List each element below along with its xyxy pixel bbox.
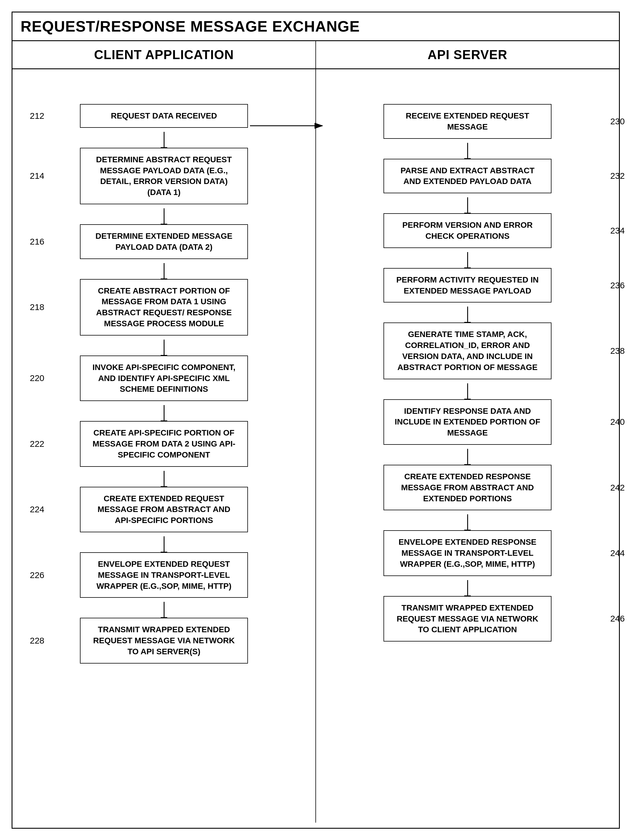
step-num-220: 220 bbox=[30, 373, 44, 383]
step-242-row: CREATE EXTENDED RESPONSE MESSAGE FROM AB… bbox=[333, 465, 602, 510]
ref-num-240: 240 bbox=[610, 417, 625, 427]
step-num-226: 226 bbox=[30, 570, 44, 580]
ref-num-236: 236 bbox=[610, 281, 625, 291]
step-242-wrapper: CREATE EXTENDED RESPONSE MESSAGE FROM AB… bbox=[333, 465, 602, 510]
ref-num-230: 230 bbox=[610, 117, 625, 126]
columns-body: 212 REQUEST DATA RECEIVED 214 DETERMINE … bbox=[13, 69, 619, 823]
step-222-row: 222 CREATE API-SPECIFIC PORTION OF MESSA… bbox=[30, 421, 298, 466]
step-num-224: 224 bbox=[30, 504, 44, 514]
step-224-wrapper: 224 CREATE EXTENDED REQUEST MESSAGE FROM… bbox=[30, 487, 298, 532]
step-212-row: 212 REQUEST DATA RECEIVED bbox=[30, 104, 298, 128]
step-242-box: CREATE EXTENDED RESPONSE MESSAGE FROM AB… bbox=[383, 465, 552, 510]
step-222-box: CREATE API-SPECIFIC PORTION OF MESSAGE F… bbox=[80, 421, 248, 466]
step-214-box: DETERMINE ABSTRACT REQUEST MESSAGE PAYLO… bbox=[80, 148, 248, 204]
step-240-wrapper: IDENTIFY RESPONSE DATA AND INCLUDE IN EX… bbox=[333, 399, 602, 445]
step-220-box: INVOKE API-SPECIFIC COMPONENT, AND IDENT… bbox=[80, 355, 248, 401]
diagram-container: REQUEST/RESPONSE MESSAGE EXCHANGE CLIENT… bbox=[12, 12, 620, 829]
col-right: RECEIVE EXTENDED REQUEST MESSAGE 230 PAR… bbox=[316, 69, 619, 823]
step-212-wrapper: 212 REQUEST DATA RECEIVED bbox=[30, 104, 298, 128]
ref-num-238: 238 bbox=[610, 346, 625, 356]
arrow-224-226 bbox=[164, 536, 164, 552]
col-header-left: CLIENT APPLICATION bbox=[13, 41, 316, 68]
step-244-wrapper: ENVELOPE EXTENDED RESPONSE MESSAGE IN TR… bbox=[333, 530, 602, 576]
step-218-box: CREATE ABSTRACT PORTION OF MESSAGE FROM … bbox=[80, 279, 248, 336]
step-num-212: 212 bbox=[30, 111, 44, 121]
arrow-226-228 bbox=[164, 602, 164, 618]
step-236-box: PERFORM ACTIVITY REQUESTED IN EXTENDED M… bbox=[383, 268, 552, 303]
step-234-row: PERFORM VERSION AND ERROR CHECK OPERATIO… bbox=[333, 213, 602, 248]
ref-num-234: 234 bbox=[610, 226, 625, 235]
step-num-216: 216 bbox=[30, 237, 44, 246]
step-224-row: 224 CREATE EXTENDED REQUEST MESSAGE FROM… bbox=[30, 487, 298, 532]
step-238-box: GENERATE TIME STAMP, ACK, CORRELATION_ID… bbox=[383, 322, 552, 379]
arrow-240-242 bbox=[467, 449, 468, 465]
ref-num-232: 232 bbox=[610, 171, 625, 181]
step-218-row: 218 CREATE ABSTRACT PORTION OF MESSAGE F… bbox=[30, 279, 298, 336]
step-232-box: PARSE AND EXTRACT ABSTRACT AND EXTENDED … bbox=[383, 159, 552, 194]
step-240-row: IDENTIFY RESPONSE DATA AND INCLUDE IN EX… bbox=[333, 399, 602, 445]
arrow-238-240 bbox=[467, 383, 468, 399]
step-226-wrapper: 226 ENVELOPE EXTENDED REQUEST MESSAGE IN… bbox=[30, 552, 298, 598]
step-244-row: ENVELOPE EXTENDED RESPONSE MESSAGE IN TR… bbox=[333, 530, 602, 576]
arrow-220-222 bbox=[164, 405, 164, 421]
step-num-228: 228 bbox=[30, 636, 44, 646]
arrow-242-244 bbox=[467, 514, 468, 530]
step-236-wrapper: PERFORM ACTIVITY REQUESTED IN EXTENDED M… bbox=[333, 268, 602, 303]
arrow-244-246 bbox=[467, 580, 468, 596]
arrow-234-236 bbox=[467, 252, 468, 268]
step-222-wrapper: 222 CREATE API-SPECIFIC PORTION OF MESSA… bbox=[30, 421, 298, 466]
step-232-wrapper: PARSE AND EXTRACT ABSTRACT AND EXTENDED … bbox=[333, 159, 602, 194]
step-214-wrapper: 214 DETERMINE ABSTRACT REQUEST MESSAGE P… bbox=[30, 148, 298, 204]
step-246-row: TRANSMIT WRAPPED EXTENDED REQUEST MESSAG… bbox=[333, 596, 602, 641]
arrow-214-216 bbox=[164, 208, 164, 224]
step-230-box: RECEIVE EXTENDED REQUEST MESSAGE bbox=[383, 104, 552, 139]
col-header-right: API SERVER bbox=[316, 41, 619, 68]
step-230-wrapper: RECEIVE EXTENDED REQUEST MESSAGE 230 bbox=[333, 104, 602, 139]
step-228-row: 228 TRANSMIT WRAPPED EXTENDED REQUEST ME… bbox=[30, 618, 298, 663]
ref-num-244: 244 bbox=[610, 548, 625, 558]
step-226-box: ENVELOPE EXTENDED REQUEST MESSAGE IN TRA… bbox=[80, 552, 248, 598]
step-234-box: PERFORM VERSION AND ERROR CHECK OPERATIO… bbox=[383, 213, 552, 248]
step-220-row: 220 INVOKE API-SPECIFIC COMPONENT, AND I… bbox=[30, 355, 298, 401]
step-216-box: DETERMINE EXTENDED MESSAGE PAYLOAD DATA … bbox=[80, 224, 248, 259]
step-212-box: REQUEST DATA RECEIVED bbox=[80, 104, 248, 128]
step-236-row: PERFORM ACTIVITY REQUESTED IN EXTENDED M… bbox=[333, 268, 602, 303]
ref-num-242: 242 bbox=[610, 483, 625, 493]
arrow-216-218 bbox=[164, 263, 164, 279]
step-218-wrapper: 218 CREATE ABSTRACT PORTION OF MESSAGE F… bbox=[30, 279, 298, 336]
step-246-box: TRANSMIT WRAPPED EXTENDED REQUEST MESSAG… bbox=[383, 596, 552, 641]
arrow-232-234 bbox=[467, 197, 468, 213]
ref-num-246: 246 bbox=[610, 614, 625, 624]
diagram-title: REQUEST/RESPONSE MESSAGE EXCHANGE bbox=[13, 13, 619, 41]
step-216-wrapper: 216 DETERMINE EXTENDED MESSAGE PAYLOAD D… bbox=[30, 224, 298, 259]
step-232-row: PARSE AND EXTRACT ABSTRACT AND EXTENDED … bbox=[333, 159, 602, 194]
step-246-wrapper: TRANSMIT WRAPPED EXTENDED REQUEST MESSAG… bbox=[333, 596, 602, 641]
step-230-row: RECEIVE EXTENDED REQUEST MESSAGE 230 bbox=[333, 104, 602, 139]
step-num-218: 218 bbox=[30, 302, 44, 312]
arrow-236-238 bbox=[467, 306, 468, 322]
step-214-row: 214 DETERMINE ABSTRACT REQUEST MESSAGE P… bbox=[30, 148, 298, 204]
step-240-box: IDENTIFY RESPONSE DATA AND INCLUDE IN EX… bbox=[383, 399, 552, 445]
step-228-box: TRANSMIT WRAPPED EXTENDED REQUEST MESSAG… bbox=[80, 618, 248, 663]
arrow-222-224 bbox=[164, 471, 164, 487]
columns-header: CLIENT APPLICATION API SERVER bbox=[13, 41, 619, 69]
arrow-212-214 bbox=[164, 132, 164, 148]
step-224-box: CREATE EXTENDED REQUEST MESSAGE FROM ABS… bbox=[80, 487, 248, 532]
step-238-wrapper: GENERATE TIME STAMP, ACK, CORRELATION_ID… bbox=[333, 322, 602, 379]
step-216-row: 216 DETERMINE EXTENDED MESSAGE PAYLOAD D… bbox=[30, 224, 298, 259]
step-num-214: 214 bbox=[30, 171, 44, 181]
step-num-222: 222 bbox=[30, 439, 44, 449]
arrow-230-232 bbox=[467, 143, 468, 159]
step-226-row: 226 ENVELOPE EXTENDED REQUEST MESSAGE IN… bbox=[30, 552, 298, 598]
step-220-wrapper: 220 INVOKE API-SPECIFIC COMPONENT, AND I… bbox=[30, 355, 298, 401]
col-left: 212 REQUEST DATA RECEIVED 214 DETERMINE … bbox=[13, 69, 316, 823]
step-228-wrapper: 228 TRANSMIT WRAPPED EXTENDED REQUEST ME… bbox=[30, 618, 298, 663]
step-238-row: GENERATE TIME STAMP, ACK, CORRELATION_ID… bbox=[333, 322, 602, 379]
step-244-box: ENVELOPE EXTENDED RESPONSE MESSAGE IN TR… bbox=[383, 530, 552, 576]
arrow-218-220 bbox=[164, 339, 164, 355]
step-234-wrapper: PERFORM VERSION AND ERROR CHECK OPERATIO… bbox=[333, 213, 602, 248]
